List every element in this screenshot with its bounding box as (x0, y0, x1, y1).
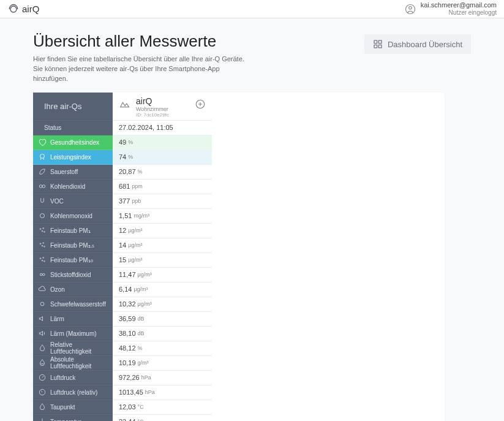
device-name: airQ (136, 96, 169, 106)
row-pm25-label[interactable]: Feinstaub PM₂.₅ (33, 238, 113, 253)
row-temp-value: 23,44°C (113, 415, 212, 421)
svg-point-0 (10, 6, 17, 12)
row-no2-label[interactable]: Stickstoffdioxid (33, 268, 113, 283)
user-area[interactable]: kai.schmerer@gmail.com Nutzer eingeloggt (405, 1, 497, 17)
row-relhum-value: 48,12% (113, 341, 212, 356)
device-icon (119, 97, 132, 111)
svg-point-14 (44, 232, 45, 233)
row-health-label[interactable]: Gesundheitsindex (33, 135, 113, 150)
svg-point-15 (40, 243, 41, 245)
row-press-label[interactable]: Luftdruck (33, 371, 113, 385)
svg-point-22 (44, 261, 45, 262)
device-room: Wohnzimmer (136, 106, 169, 112)
particles-icon (38, 256, 47, 264)
row-co2-label[interactable]: Kohlendioxid (33, 180, 113, 194)
row-abshum-label[interactable]: Absolute Luftfeuchtigkeit (33, 356, 113, 371)
top-bar: airQ kai.schmerer@gmail.com Nutzer einge… (0, 0, 504, 18)
row-o2-label[interactable]: Sauerstoff (33, 165, 113, 180)
gauge-icon (38, 373, 47, 382)
no2-icon (38, 270, 47, 279)
row-voc-value: 377ppb (113, 194, 212, 209)
row-perf-value: 74% (113, 150, 212, 165)
row-noise-label[interactable]: Lärm (33, 312, 113, 327)
leaf-icon (38, 167, 47, 176)
user-status: Nutzer eingeloggt (421, 9, 497, 17)
row-pm10-value: 15μg/m³ (113, 253, 212, 268)
brand-logo[interactable]: airQ (7, 3, 39, 15)
row-status-value: 27.02.2024, 11:05 (113, 121, 212, 135)
device-card[interactable]: airQ Wohnzimmer ID: 7dc10e29fc (119, 96, 169, 118)
svg-point-25 (40, 302, 44, 306)
dashboard-icon (373, 39, 383, 49)
row-abshum-value: 10,19g/m³ (113, 356, 212, 371)
row-o2-value: 20,87% (113, 165, 212, 180)
gauge-rel-icon (38, 388, 47, 396)
cloud-icon (38, 285, 47, 294)
voc-icon (38, 197, 47, 205)
svg-point-18 (44, 246, 45, 248)
svg-point-13 (42, 231, 43, 232)
row-perf-label[interactable]: Leistungsindex (33, 150, 113, 165)
svg-point-7 (40, 154, 45, 159)
page-content: Übersicht aller Messwerte Hier finden Si… (0, 18, 504, 421)
device-id: ID: 7dc10e29fc (136, 112, 169, 118)
page-title: Übersicht aller Messwerte (33, 32, 254, 51)
svg-point-8 (39, 185, 42, 188)
svg-rect-4 (378, 40, 382, 44)
brand-name: airQ (22, 4, 39, 14)
h2s-icon (38, 300, 47, 308)
svg-point-12 (43, 228, 44, 229)
row-pm1-value: 12μg/m³ (113, 224, 212, 238)
user-icon (405, 4, 416, 15)
svg-point-23 (40, 274, 43, 276)
row-pm1-label[interactable]: Feinstaub PM₁ (33, 224, 113, 238)
row-noisemax-label[interactable]: Lärm (Maximum) (33, 327, 113, 341)
svg-point-21 (42, 260, 43, 262)
svg-point-19 (40, 258, 41, 259)
row-health-value: 49% (113, 135, 212, 150)
head-icon (38, 153, 47, 161)
row-h2s-value: 10,32μg/m³ (113, 297, 212, 312)
dew-icon (38, 403, 47, 411)
row-co-value: 1,51mg/m³ (113, 209, 212, 224)
user-texts: kai.schmerer@gmail.com Nutzer eingeloggt (421, 1, 497, 17)
row-temp-label[interactable]: Temperatur (33, 415, 113, 421)
svg-point-16 (43, 243, 44, 244)
row-status-label: Status (33, 121, 113, 135)
drop-icon (38, 344, 47, 352)
row-pm10-label[interactable]: Feinstaub PM₁₀ (33, 253, 113, 268)
svg-point-11 (40, 229, 41, 230)
particles-icon (38, 241, 47, 249)
svg-point-20 (43, 257, 44, 259)
svg-point-24 (43, 274, 45, 276)
svg-rect-6 (378, 45, 382, 48)
row-noisemax-value: 38,10dB (113, 327, 212, 341)
row-press-value: 972,26hPa (113, 371, 212, 385)
page-subtitle: Hier finden Sie eine tabellarische Übers… (33, 55, 254, 84)
left-header: Ihre air-Qs (33, 93, 113, 121)
add-device-button[interactable] (195, 99, 206, 110)
row-pm25-value: 14μg/m³ (113, 238, 212, 253)
row-o3-value: 6,14μg/m³ (113, 283, 212, 297)
airq-logo-icon (7, 3, 20, 15)
row-h2s-label[interactable]: Schwefelwasserstoff (33, 297, 113, 312)
particles-icon (38, 226, 47, 235)
co2-icon (38, 182, 47, 191)
row-pressrel-label[interactable]: Luftdruck (relativ) (33, 385, 113, 400)
row-relhum-label[interactable]: Relative Luftfeuchtigkeit (33, 341, 113, 356)
sound-max-icon (38, 329, 47, 338)
svg-rect-3 (374, 40, 377, 44)
row-co2-value: 681ppm (113, 180, 212, 194)
measurements-table: Ihre air-Qs Status Gesundheitsindex Leis… (33, 93, 445, 421)
co-icon (38, 211, 47, 220)
page-header: Übersicht aller Messwerte Hier finden Si… (33, 32, 471, 84)
row-dew-label[interactable]: Taupunkt (33, 400, 113, 415)
row-noise-value: 36,59dB (113, 312, 212, 327)
heart-icon (38, 138, 47, 146)
thermometer-icon (38, 417, 47, 421)
row-voc-label[interactable]: VOC (33, 194, 113, 209)
row-pressrel-value: 1013,45hPa (113, 385, 212, 400)
dashboard-overview-button[interactable]: Dashboard Übersicht (364, 34, 471, 54)
row-o3-label[interactable]: Ozon (33, 283, 113, 297)
row-co-label[interactable]: Kohlenmonoxid (33, 209, 113, 224)
